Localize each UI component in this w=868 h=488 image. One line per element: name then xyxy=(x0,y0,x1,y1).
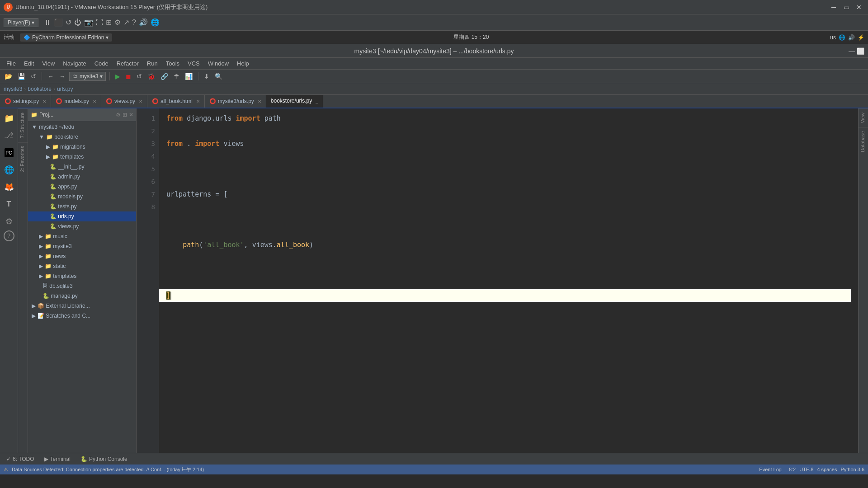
bottom-tab-todo[interactable]: ✓ 6: TODO xyxy=(2,455,39,464)
back-icon[interactable]: ← xyxy=(46,72,56,81)
ide-restore-icon[interactable]: ⬜ xyxy=(857,47,864,55)
event-log-btn[interactable]: Event Log xyxy=(759,467,782,472)
stop-btn-icon[interactable]: ◼ xyxy=(124,72,133,81)
menu-code[interactable]: Code xyxy=(91,59,112,68)
snapshot-icon[interactable]: 📷 xyxy=(84,18,93,27)
restart-icon[interactable]: ↺ xyxy=(66,18,71,27)
tree-urls-py[interactable]: 🐍 urls.py xyxy=(28,211,136,221)
menu-view[interactable]: View xyxy=(38,59,58,68)
debug-btn-icon[interactable]: 🐞 xyxy=(146,72,157,81)
lang-icon[interactable]: us xyxy=(830,34,836,41)
tree-scratches[interactable]: ▶ 📝 Scratches and C... xyxy=(28,311,136,321)
tree-migrations[interactable]: ▶ 📁 migrations xyxy=(28,142,136,152)
menu-help[interactable]: Help xyxy=(233,59,253,68)
tree-init-py[interactable]: 🐍 __init__.py xyxy=(28,162,136,172)
pycharm-app-icon[interactable]: 🔷 PyCharm Professional Edition ▾ xyxy=(20,33,112,42)
tree-mysite3-root[interactable]: ▼ mysite3 ~/tedu xyxy=(28,122,136,132)
status-message[interactable]: Data Sources Detected: Connection proper… xyxy=(12,466,204,473)
breadcrumb-file[interactable]: urls.py xyxy=(57,86,73,92)
tree-models-py[interactable]: 🐍 models.py xyxy=(28,192,136,202)
maximize-button[interactable]: ▭ xyxy=(841,3,852,12)
tree-templates-root[interactable]: ▶ 📁 templates xyxy=(28,271,136,281)
project-selector[interactable]: 🗂 mysite3 ▾ xyxy=(69,72,106,81)
settings-icon[interactable]: ⚙ xyxy=(114,18,121,27)
tree-news[interactable]: ▶ 📁 news xyxy=(28,251,136,261)
fullscreen-icon[interactable]: ⛶ xyxy=(96,19,103,27)
tab-mysite3-urls[interactable]: ⭕ mysite3/urls.py ✕ xyxy=(205,95,266,108)
menu-refactor[interactable]: Refactor xyxy=(113,59,142,68)
language-info[interactable]: Python 3.6 xyxy=(840,467,864,472)
panel-close-icon[interactable]: ✕ xyxy=(129,112,133,118)
search-everywhere-icon[interactable]: 🔍 xyxy=(213,72,224,81)
dock-firefox-icon[interactable]: 🦊 xyxy=(1,179,17,195)
tab-all-book-html[interactable]: ⭕ all_book.html ✕ xyxy=(147,95,205,108)
open-folder-icon[interactable]: 📂 xyxy=(3,72,14,81)
power-icon[interactable]: ⏻ xyxy=(74,19,81,27)
tree-templates-bookstore[interactable]: ▶ 📁 templates xyxy=(28,152,136,162)
tab-bookstore-urls[interactable]: bookstore/urls.py _ xyxy=(266,95,323,108)
dock-scratch-icon[interactable]: ⚙ xyxy=(1,213,17,230)
unity-icon[interactable]: ⊞ xyxy=(106,18,112,27)
tab-settings-close[interactable]: ✕ xyxy=(42,99,46,104)
tree-manage-py[interactable]: 🐍 manage.py xyxy=(28,291,136,301)
tree-external-libs[interactable]: ▶ 📦 External Librarie... xyxy=(28,301,136,311)
breadcrumb-root[interactable]: mysite3 xyxy=(4,86,22,92)
forward-icon[interactable]: → xyxy=(57,72,67,81)
menu-navigate[interactable]: Navigate xyxy=(59,59,90,68)
tree-db-sqlite3[interactable]: 🗄 db.sqlite3 xyxy=(28,281,136,291)
menu-tools[interactable]: Tools xyxy=(162,59,183,68)
tab-views-py[interactable]: ⭕ views.py ✕ xyxy=(101,95,147,108)
menu-window[interactable]: Window xyxy=(204,59,232,68)
pause-icon[interactable]: ⏸ xyxy=(44,19,51,27)
network-icon[interactable]: 🌐 xyxy=(151,18,160,27)
tab-settings-py[interactable]: ⭕ settings.py ✕ xyxy=(0,95,51,108)
run-btn-icon[interactable]: ▶ xyxy=(113,72,122,81)
dock-project-icon[interactable]: 📁 xyxy=(1,110,17,127)
favorites-label[interactable]: 2: Favorites xyxy=(18,142,28,175)
stop-icon[interactable]: ⬛ xyxy=(54,18,63,27)
indent-info[interactable]: 4 spaces xyxy=(817,467,837,472)
menu-file[interactable]: File xyxy=(3,59,19,68)
tab-models-close[interactable]: ✕ xyxy=(93,99,96,104)
dock-pycharm-icon[interactable]: PC xyxy=(1,145,17,161)
menu-vcs[interactable]: VCS xyxy=(184,59,203,68)
activities-button[interactable]: 活动 xyxy=(4,33,14,41)
share-icon[interactable]: ↗ xyxy=(123,18,129,27)
ide-minimize-icon[interactable]: ― xyxy=(849,47,855,55)
coverage-btn-icon[interactable]: ☂ xyxy=(172,72,181,81)
player-menu-button[interactable]: Player(P) ▾ xyxy=(4,18,38,27)
code-editor[interactable]: 1 2 3 4 5 6 7 8 from django.urls import … xyxy=(137,108,858,453)
structure-label[interactable]: 7: Structure xyxy=(18,108,28,142)
tree-music[interactable]: ▶ 📁 music xyxy=(28,231,136,241)
profile-btn-icon[interactable]: 📊 xyxy=(183,72,194,81)
volume-icon[interactable]: 🔊 xyxy=(139,18,148,27)
dock-vcs-icon[interactable]: ⎇ xyxy=(1,127,17,144)
breadcrumb-bookstore[interactable]: bookstore xyxy=(28,86,52,92)
rerun-btn-icon[interactable]: ↺ xyxy=(135,72,144,81)
minimize-button[interactable]: ─ xyxy=(828,3,839,12)
close-button[interactable]: ✕ xyxy=(854,3,864,12)
tab-html-close[interactable]: ✕ xyxy=(196,99,200,104)
bottom-tab-terminal[interactable]: ▶ Terminal xyxy=(40,455,75,464)
dock-help-icon[interactable]: ? xyxy=(4,230,14,241)
panel-layout-icon[interactable]: ⊞ xyxy=(123,112,127,118)
bottom-tab-python-console[interactable]: 🐍 Python Console xyxy=(76,455,132,464)
menu-edit[interactable]: Edit xyxy=(20,59,38,68)
tree-static[interactable]: ▶ 📁 static xyxy=(28,261,136,271)
tree-apps-py[interactable]: 🐍 apps.py xyxy=(28,182,136,192)
database-label[interactable]: Database xyxy=(859,127,868,156)
dock-typora-icon[interactable]: T xyxy=(1,196,17,212)
tab-mysite3-close[interactable]: ✕ xyxy=(258,99,261,104)
menu-run[interactable]: Run xyxy=(143,59,161,68)
tree-admin-py[interactable]: 🐍 admin.py xyxy=(28,172,136,182)
attach-btn-icon[interactable]: 🔗 xyxy=(159,72,170,81)
tree-views-py[interactable]: 🐍 views.py xyxy=(28,221,136,231)
help-icon[interactable]: ? xyxy=(132,19,136,27)
file-encoding[interactable]: UTF-8 xyxy=(799,467,813,472)
panel-settings-icon[interactable]: ⚙ xyxy=(116,112,121,118)
tree-bookstore[interactable]: ▼ 📁 bookstore xyxy=(28,132,136,142)
view-right-label[interactable]: View xyxy=(859,108,868,127)
code-area[interactable]: from django.urls import path from . impo… xyxy=(159,108,858,453)
tree-mysite3-sub[interactable]: ▶ 📁 mysite3 xyxy=(28,241,136,251)
vcs-update-icon[interactable]: ⬇ xyxy=(202,72,211,81)
